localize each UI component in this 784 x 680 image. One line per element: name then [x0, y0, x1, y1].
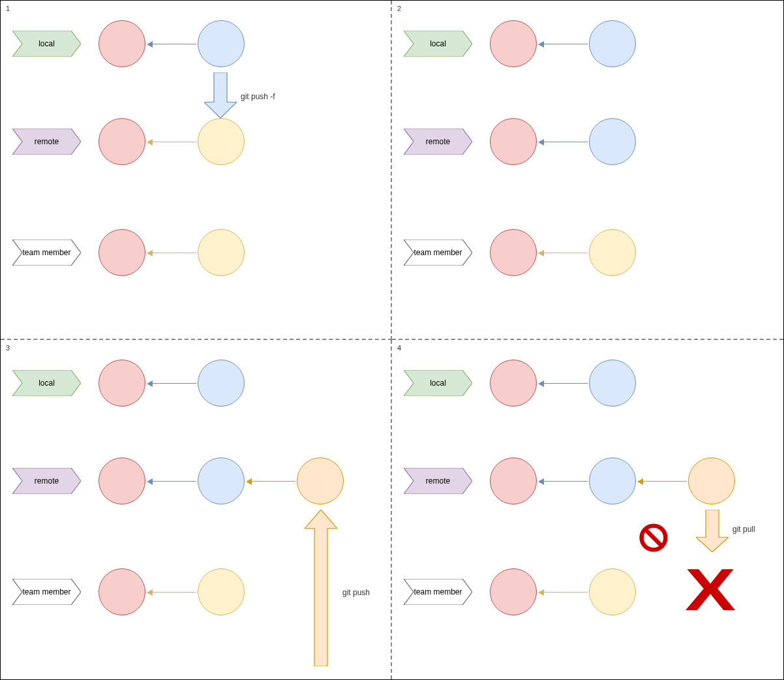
- panel-2: 2 local remote team member: [392, 1, 783, 340]
- commit-node: [589, 568, 636, 615]
- panel-number: 2: [397, 5, 401, 12]
- commit-node: [589, 229, 636, 276]
- commit-node: [688, 457, 735, 504]
- push-force-arrow: [204, 72, 237, 118]
- branch-tag-label: team member: [22, 587, 70, 596]
- branch-tag-label: team member: [22, 248, 70, 257]
- commit-node: [98, 229, 145, 276]
- commit-node: [297, 457, 344, 504]
- commit-node: [98, 568, 145, 615]
- parent-arrow: [147, 253, 196, 254]
- branch-tag-label: remote: [426, 476, 450, 486]
- branch-tag-label: local: [38, 39, 55, 48]
- parent-arrow: [147, 44, 196, 45]
- parent-arrow: [147, 592, 196, 593]
- branch-tag-team-member: team member: [12, 240, 81, 266]
- branch-tag-label: team member: [414, 248, 462, 257]
- commit-node: [98, 118, 145, 165]
- branch-tag-team-member: team member: [404, 579, 472, 605]
- branch-tag-team-member: team member: [12, 579, 81, 605]
- action-label: git pull: [732, 525, 755, 534]
- branch-tag-label: remote: [426, 137, 450, 146]
- action-label: git push -f: [241, 92, 275, 101]
- branch-tag-local: local: [404, 370, 472, 396]
- commit-node: [589, 20, 636, 67]
- branch-tag-label: local: [430, 379, 446, 388]
- branch-tag-label: local: [38, 379, 55, 388]
- parent-arrow: [538, 253, 588, 254]
- commit-node: [198, 229, 245, 276]
- action-label: git push: [342, 588, 370, 597]
- parent-arrow: [538, 592, 588, 593]
- branch-tag-local: local: [404, 31, 472, 57]
- branch-tag-label: team member: [414, 587, 462, 596]
- diagram-grid: 1 local remote team member git push -f2 …: [0, 0, 784, 680]
- commit-node: [98, 20, 145, 67]
- panel-number: 4: [397, 344, 401, 352]
- parent-arrow: [538, 383, 588, 384]
- panel-number: 1: [6, 5, 10, 12]
- parent-arrow: [147, 142, 196, 143]
- commit-node: [98, 360, 145, 407]
- commit-node: [589, 457, 636, 504]
- commit-node: [490, 118, 537, 165]
- push-arrow: [305, 510, 337, 666]
- parent-arrow: [147, 383, 196, 384]
- branch-tag-remote: remote: [404, 468, 472, 494]
- branch-tag-remote: remote: [12, 129, 81, 155]
- branch-tag-local: local: [12, 31, 81, 57]
- pull-arrow: [696, 510, 729, 552]
- branch-tag-label: local: [430, 39, 446, 48]
- branch-tag-label: remote: [35, 137, 59, 146]
- parent-arrow: [246, 481, 295, 482]
- commit-node: [490, 568, 537, 615]
- commit-node: [98, 457, 145, 504]
- prohibit-icon: [639, 523, 669, 553]
- branch-tag-remote: remote: [12, 468, 81, 494]
- commit-node: [589, 118, 636, 165]
- svg-line-1: [646, 531, 661, 546]
- commit-node: [490, 229, 537, 276]
- panel-3: 3 local remote team member git push: [1, 340, 392, 679]
- commit-node: [490, 360, 537, 407]
- commit-node: [589, 360, 636, 407]
- parent-arrow: [538, 142, 588, 143]
- parent-arrow: [538, 44, 588, 45]
- branch-tag-label: remote: [35, 476, 59, 486]
- branch-tag-remote: remote: [404, 129, 472, 155]
- commit-node: [198, 457, 245, 504]
- panel-1: 1 local remote team member git push -f: [1, 1, 392, 340]
- panel-number: 3: [6, 344, 10, 352]
- commit-node: [198, 20, 245, 67]
- commit-node: [198, 360, 245, 407]
- parent-arrow: [147, 481, 196, 482]
- branch-tag-team-member: team member: [404, 240, 472, 266]
- parent-arrow: [637, 481, 687, 482]
- panel-4: 4 local remote team member git pull X: [392, 340, 783, 679]
- parent-arrow: [538, 481, 588, 482]
- commit-node: [198, 568, 245, 615]
- branch-tag-local: local: [12, 370, 81, 396]
- commit-node: [490, 457, 537, 504]
- commit-node: [198, 118, 245, 165]
- error-x-icon: X: [685, 561, 736, 619]
- commit-node: [490, 20, 537, 67]
